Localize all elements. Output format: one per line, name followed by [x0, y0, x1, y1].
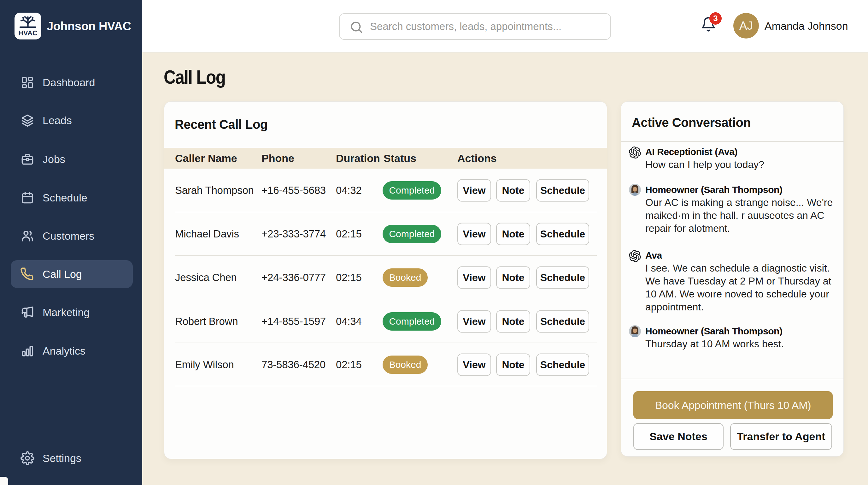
svg-text:HVAC: HVAC: [18, 29, 37, 37]
